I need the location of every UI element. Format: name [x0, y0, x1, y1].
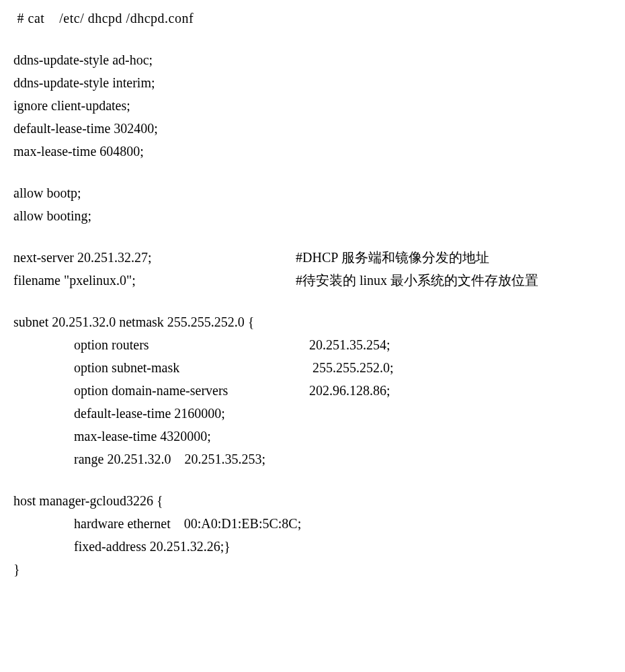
option-key: option subnet-mask — [74, 356, 309, 379]
option-value: 20.251.35.254; — [309, 333, 390, 356]
option-value: 255.255.252.0; — [309, 356, 394, 379]
config-line: allow booting; — [13, 204, 612, 227]
host-open: host manager-gcloud3226 { — [13, 489, 612, 512]
comment: #待安装的 linux 最小系统的文件存放位置 — [296, 269, 538, 292]
config-value: next-server 20.251.32.27; — [13, 246, 296, 269]
option-routers: option routers 20.251.35.254; — [13, 333, 612, 356]
next-server-line: next-server 20.251.32.27; #DHCP 服务端和镜像分发… — [13, 246, 612, 269]
option-subnet-mask: option subnet-mask 255.255.252.0; — [13, 356, 612, 379]
block-close: } — [13, 558, 612, 581]
option-key: option domain-name-servers — [74, 379, 309, 402]
option-dns: option domain-name-servers 202.96.128.86… — [13, 379, 612, 402]
option-key: option routers — [74, 333, 309, 356]
blank-line — [13, 227, 612, 246]
filename-line: filename "pxelinux.0"; #待安装的 linux 最小系统的… — [13, 269, 612, 292]
blank-line — [13, 163, 612, 181]
max-lease-time: max-lease-time 4320000; — [13, 425, 612, 448]
blank-line — [13, 292, 612, 310]
comment: #DHCP 服务端和镜像分发的地址 — [296, 246, 489, 269]
default-lease-time: default-lease-time 2160000; — [13, 402, 612, 425]
command-header: # cat /etc/ dhcpd /dhcpd.conf — [13, 7, 612, 30]
subnet-open: subnet 20.251.32.0 netmask 255.255.252.0… — [13, 310, 612, 333]
config-line: max-lease-time 604800; — [13, 140, 612, 163]
config-line: ignore client-updates; — [13, 94, 612, 117]
config-line: ddns-update-style interim; — [13, 71, 612, 94]
config-value: filename "pxelinux.0"; — [13, 269, 296, 292]
hardware-ethernet: hardware ethernet 00:A0:D1:EB:5C:8C; — [13, 512, 612, 535]
config-line: default-lease-time 302400; — [13, 117, 612, 140]
option-value: 202.96.128.86; — [309, 379, 390, 402]
range-line: range 20.251.32.0 20.251.35.253; — [13, 448, 612, 470]
config-line: allow bootp; — [13, 181, 612, 204]
blank-line — [13, 30, 612, 48]
fixed-address: fixed-address 20.251.32.26;} — [13, 535, 612, 558]
config-line: ddns-update-style ad-hoc; — [13, 48, 612, 71]
blank-line — [13, 470, 612, 489]
